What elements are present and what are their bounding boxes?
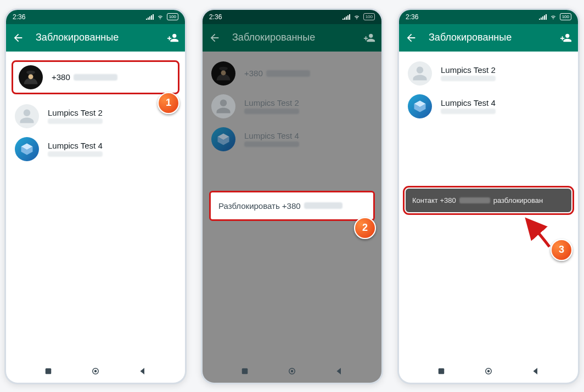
svg-rect-9	[242, 368, 248, 374]
status-icons: 100	[342, 13, 375, 20]
blocked-list: +380 Lumpics Test 2 Lum	[6, 52, 185, 166]
android-navbar	[203, 360, 381, 383]
nav-home-icon[interactable]	[484, 366, 493, 376]
screen-2: 2:36 100 Заблокированные	[201, 8, 383, 384]
android-navbar	[6, 360, 185, 383]
status-bar: 2:36 100	[6, 10, 185, 24]
redacted-subtitle	[244, 141, 299, 147]
redacted-number	[74, 74, 117, 81]
nav-back-icon[interactable]	[138, 366, 148, 376]
avatar-placeholder-icon	[408, 61, 432, 86]
wifi-icon	[156, 14, 164, 20]
step-badge-2: 2	[354, 217, 376, 239]
avatar-placeholder-icon	[211, 94, 235, 118]
status-bar: 2:36 100	[203, 10, 381, 24]
redacted-subtitle	[441, 76, 496, 81]
step-badge-1: 1	[158, 92, 179, 114]
battery-icon: 100	[167, 13, 178, 20]
page-title: Заблокированные	[36, 32, 155, 43]
contact-name: Lumpics Test 4	[244, 131, 299, 140]
redacted-number	[459, 197, 490, 203]
android-navbar	[399, 360, 578, 383]
redacted-subtitle	[244, 109, 299, 114]
avatar-app-icon	[211, 127, 235, 151]
battery-icon: 100	[560, 13, 571, 20]
svg-rect-3	[46, 368, 52, 374]
svg-point-14	[487, 370, 490, 372]
toast-text-suffix: разблокирован	[493, 196, 543, 204]
app-toolbar: Заблокированные	[6, 24, 185, 52]
nav-recent-icon[interactable]	[240, 366, 250, 376]
avatar-mystery-icon	[19, 65, 43, 89]
app-toolbar: Заблокированные	[399, 24, 578, 52]
status-time: 2:36	[209, 13, 222, 21]
blocked-list: +380 Lumpics Test 2 Lum	[203, 52, 381, 156]
status-icons: 100	[539, 13, 571, 20]
redacted-subtitle	[441, 109, 496, 114]
page-title: Заблокированные	[232, 32, 352, 43]
blocked-contact-row[interactable]: +380	[12, 60, 179, 94]
redacted-number	[304, 202, 342, 209]
signal-icon	[146, 14, 154, 20]
step-badge-3: 3	[551, 239, 572, 261]
redacted-subtitle	[48, 151, 103, 157]
nav-recent-icon[interactable]	[43, 366, 53, 376]
contact-name: Lumpics Test 2	[441, 65, 496, 75]
blocked-contact-row[interactable]: Lumpics Test 4	[6, 133, 185, 166]
annotation-arrow-icon	[516, 214, 555, 252]
blocked-contact-row[interactable]: Lumpics Test 4	[399, 90, 578, 123]
blocked-contact-row[interactable]: Lumpics Test 4	[203, 123, 381, 156]
contact-name: +380	[244, 69, 263, 78]
nav-back-icon[interactable]	[334, 366, 344, 376]
add-contact-button[interactable]	[166, 31, 179, 44]
back-button[interactable]	[208, 31, 221, 44]
svg-point-8	[221, 70, 226, 75]
battery-icon: 100	[363, 13, 375, 20]
wifi-icon	[353, 14, 361, 20]
contact-name: Lumpics Test 4	[441, 98, 496, 107]
unblock-action-sheet[interactable]: Разблокировать +380	[209, 191, 375, 221]
nav-back-icon[interactable]	[531, 366, 541, 376]
nav-home-icon[interactable]	[91, 366, 100, 376]
svg-rect-12	[439, 368, 445, 374]
wifi-icon	[549, 14, 557, 20]
contact-name: Lumpics Test 2	[244, 98, 299, 107]
add-contact-button[interactable]	[363, 31, 376, 44]
svg-point-11	[291, 370, 294, 372]
screen-1: 2:36 100 Заблокированные	[4, 8, 187, 384]
avatar-app-icon	[15, 137, 39, 161]
nav-home-icon[interactable]	[287, 366, 297, 376]
app-toolbar: Заблокированные	[203, 24, 381, 52]
status-time: 2:36	[13, 13, 25, 21]
avatar-mystery-icon	[211, 61, 235, 86]
unblock-action-label: Разблокировать +380	[218, 201, 301, 211]
toast-text-prefix: Контакт +380	[412, 196, 456, 204]
blocked-contact-row[interactable]: Lumpics Test 2	[399, 57, 578, 90]
svg-point-2	[29, 74, 33, 79]
avatar-placeholder-icon	[15, 104, 39, 128]
back-button[interactable]	[12, 31, 25, 44]
avatar-app-icon	[408, 94, 432, 118]
svg-point-5	[94, 370, 97, 372]
blocked-contact-row[interactable]: +380	[203, 57, 381, 90]
blocked-contact-row[interactable]: Lumpics Test 2	[203, 90, 381, 123]
redacted-subtitle	[48, 118, 103, 124]
status-bar: 2:36 100	[399, 10, 578, 24]
status-time: 2:36	[406, 13, 418, 21]
redacted-number	[266, 70, 310, 77]
add-contact-button[interactable]	[559, 31, 572, 44]
contact-name: Lumpics Test 2	[48, 108, 103, 117]
signal-icon	[342, 14, 350, 20]
screen-3: 2:36 100 Заблокированные Lumpics	[397, 8, 580, 384]
back-button[interactable]	[405, 31, 418, 44]
nav-recent-icon[interactable]	[436, 366, 446, 376]
blocked-list: Lumpics Test 2 Lumpics Test 4	[399, 52, 578, 123]
unblock-toast: Контакт +380 разблокирован	[406, 189, 571, 212]
status-icons: 100	[146, 13, 178, 20]
page-title: Заблокированные	[429, 32, 548, 43]
contact-name: Lumpics Test 4	[48, 141, 103, 150]
signal-icon	[539, 14, 547, 20]
contact-name: +380	[52, 72, 70, 82]
